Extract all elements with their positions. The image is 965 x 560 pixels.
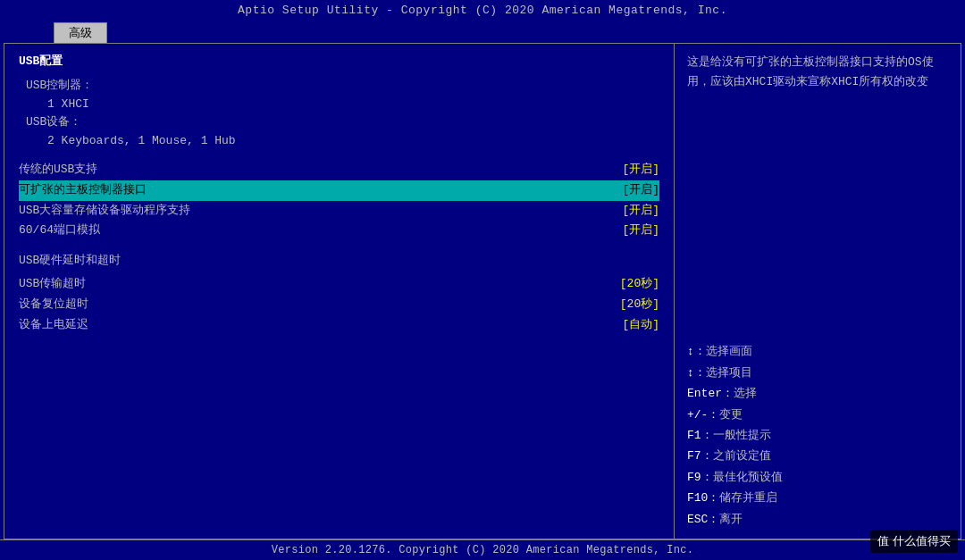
header-title: Aptio Setup Utility - Copyright (C) 2020…: [238, 4, 727, 17]
usb-devices-value: 2 Keyboards, 1 Mouse, 1 Hub: [26, 132, 659, 151]
header-bar: Aptio Setup Utility - Copyright (C) 2020…: [0, 0, 965, 21]
tab-row: 高级: [0, 21, 965, 43]
key-help: ↕：选择画面 ↕：选择项目 Enter：选择 +/-：变更 F1：一般性提示 F…: [687, 341, 948, 530]
help-text: 这是给没有可扩张的主板控制器接口支持的OS使用，应该由XHCI驱动来宣称XHCI…: [687, 53, 948, 92]
watermark-icon: 值: [877, 534, 893, 547]
bios-screen: Aptio Setup Utility - Copyright (C) 2020…: [0, 0, 965, 560]
key-help-item: F7：之前设定值: [687, 446, 948, 466]
key-help-item: F1：一般性提示: [687, 425, 948, 446]
key-help-item: ESC：离开: [687, 509, 948, 530]
list-item[interactable]: USB传输超时 [20秒]: [19, 274, 659, 295]
key-help-item: F9：最佳化预设值: [687, 467, 948, 488]
left-panel: USB配置 USB控制器： 1 XHCI USB设备： 2 Keyboards,…: [4, 44, 675, 539]
key-help-item: ↕：选择画面: [687, 341, 948, 362]
key-help-item: +/-：变更: [687, 405, 948, 425]
right-panel: 这是给没有可扩张的主板控制器接口支持的OS使用，应该由XHCI驱动来宣称XHCI…: [675, 44, 961, 539]
key-help-item: ↕：选择项目: [687, 363, 948, 383]
list-item[interactable]: 设备上电延迟 [自动]: [19, 315, 659, 336]
usb-devices-label: USB设备：: [26, 113, 659, 132]
hardware-section-label: USB硬件延时和超时: [19, 252, 659, 271]
usb-items-section: 传统的USB支持 [开启] 可扩张的主板控制器接口 [开启] USB大容量存储设…: [19, 160, 659, 241]
usb-controller-value: 1 XHCI: [26, 96, 659, 114]
list-item[interactable]: 可扩张的主板控制器接口 [开启]: [19, 180, 659, 201]
section-title: USB配置: [19, 53, 659, 71]
footer-text: Version 2.20.1276. Copyright (C) 2020 Am…: [272, 544, 694, 556]
usb-controller-section: USB控制器： 1 XHCI USB设备： 2 Keyboards, 1 Mou…: [19, 77, 659, 151]
tab-advanced[interactable]: 高级: [54, 22, 107, 43]
key-help-item: F10：储存并重启: [687, 488, 948, 508]
footer-bar: Version 2.20.1276. Copyright (C) 2020 Am…: [0, 539, 965, 560]
hardware-timeout-section: USB硬件延时和超时 USB传输超时 [20秒] 设备复位超时 [20秒] 设备…: [19, 252, 659, 335]
usb-controller-label: USB控制器：: [26, 77, 659, 96]
key-help-item: Enter：选择: [687, 383, 948, 404]
list-item[interactable]: 60/64端口模拟 [开启]: [19, 221, 659, 241]
main-area: USB配置 USB控制器： 1 XHCI USB设备： 2 Keyboards,…: [4, 43, 961, 539]
watermark-site: 什么值得买: [893, 534, 951, 547]
list-item[interactable]: 设备复位超时 [20秒]: [19, 295, 659, 315]
list-item[interactable]: USB大容量存储设备驱动程序支持 [开启]: [19, 201, 659, 221]
watermark: 值 什么值得买: [870, 530, 958, 553]
list-item[interactable]: 传统的USB支持 [开启]: [19, 160, 659, 180]
